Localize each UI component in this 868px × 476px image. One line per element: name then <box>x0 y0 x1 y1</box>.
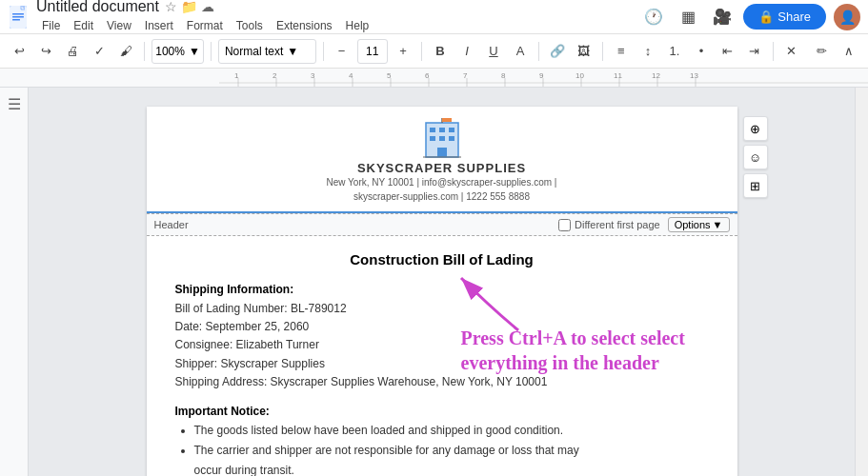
spellcheck-button[interactable]: ✓ <box>88 39 111 64</box>
chevron-up-button[interactable]: ∧ <box>838 39 860 64</box>
separator1 <box>144 42 145 61</box>
document-page: SKYSCRAPER SUPPLIES New York, NY 10001 |… <box>147 107 737 476</box>
ruler-svg: 1 2 3 4 5 6 7 8 9 10 11 <box>219 69 868 88</box>
image-button[interactable]: 🖼 <box>573 39 595 64</box>
camera-icon[interactable]: 🎥 <box>709 4 736 30</box>
print-button[interactable]: 🖨 <box>61 39 84 64</box>
float-controls: ⊕ ☺ ⊞ <box>743 116 768 198</box>
undo-button[interactable]: ↩ <box>8 39 30 64</box>
italic-button[interactable]: I <box>455 39 478 64</box>
svg-rect-37 <box>430 136 435 141</box>
header-bar-right: Different first page Options ▼ <box>558 217 730 232</box>
underline-button[interactable]: U <box>482 39 505 64</box>
diff-first-page-checkbox[interactable] <box>558 219 571 231</box>
document-title[interactable]: Untitled document <box>36 0 159 15</box>
svg-rect-2 <box>12 13 24 15</box>
user-avatar[interactable]: 👤 <box>834 4 860 30</box>
options-button[interactable]: Options ▼ <box>668 217 730 232</box>
menu-view[interactable]: View <box>101 17 137 34</box>
page-container: SKYSCRAPER SUPPLIES New York, NY 10001 |… <box>147 107 737 457</box>
share-button[interactable]: 🔒 Share <box>743 4 826 30</box>
menu-edit[interactable]: Edit <box>68 17 99 34</box>
ruler-inner: 1 2 3 4 5 6 7 8 9 10 11 <box>219 69 868 87</box>
docs-icon <box>8 4 29 30</box>
company-website: skyscraper-supplies.com | 1222 555 8888 <box>166 189 718 204</box>
svg-text:13: 13 <box>690 71 698 80</box>
style-dropdown[interactable]: Normal text ▼ <box>218 39 316 64</box>
bullet-list-button[interactable]: • <box>690 39 713 64</box>
bullet-item-3: occur during transit. <box>179 462 709 476</box>
header-bar: Header Different first page Options ▼ <box>147 213 737 236</box>
font-size-dropdown[interactable]: 11 <box>357 39 388 64</box>
title-icons: ☆ 📁 ☁ <box>165 0 214 14</box>
svg-rect-38 <box>439 136 445 141</box>
shipping-info-section: Shipping Information: Bill of Lading Num… <box>175 283 709 391</box>
text-color-button[interactable]: A <box>509 39 532 64</box>
bullet-list: The goods listed below have been loaded … <box>194 422 709 476</box>
svg-rect-4 <box>12 19 20 21</box>
chevron-down-icon: ▼ <box>189 45 200 58</box>
svg-text:10: 10 <box>575 71 584 80</box>
redo-button[interactable]: ↪ <box>34 39 57 64</box>
important-notice-section: Important Notice: The goods listed below… <box>175 405 709 476</box>
field-shipper: Shipper: Skyscraper Supplies <box>175 355 709 373</box>
bold-button[interactable]: B <box>429 39 452 64</box>
bill-of-lading-title: Construction Bill of Lading <box>175 251 709 268</box>
menu-format[interactable]: Format <box>181 17 229 34</box>
svg-text:2: 2 <box>273 71 277 80</box>
folder-icon[interactable]: 📁 <box>181 0 197 14</box>
paint-format-button[interactable]: 🖌 <box>114 39 137 64</box>
star-icon[interactable]: ☆ <box>165 0 177 14</box>
svg-rect-3 <box>12 16 24 18</box>
svg-rect-5 <box>219 69 868 88</box>
svg-rect-40 <box>437 148 447 157</box>
shipping-info-label: Shipping Information: <box>175 283 709 296</box>
increase-font-button[interactable]: + <box>392 39 414 64</box>
present-icon[interactable]: ▦ <box>675 4 701 30</box>
svg-text:1: 1 <box>234 71 239 80</box>
chevron-down-icon2: ▼ <box>287 45 298 58</box>
clear-format-button[interactable]: ✕ <box>780 39 803 64</box>
svg-text:3: 3 <box>311 71 315 80</box>
left-panel: ☰ <box>0 88 29 476</box>
separator6 <box>602 42 603 61</box>
increase-indent-button[interactable]: ⇥ <box>743 39 766 64</box>
svg-text:6: 6 <box>425 71 430 80</box>
svg-text:12: 12 <box>652 71 660 80</box>
cloud-icon[interactable]: ☁ <box>201 0 214 14</box>
title-row: Untitled document ☆ 📁 ☁ <box>36 0 640 15</box>
menu-help[interactable]: Help <box>340 17 375 34</box>
separator4 <box>421 42 422 61</box>
scrollbar[interactable] <box>855 88 868 476</box>
decrease-font-button[interactable]: − <box>331 39 353 64</box>
menu-tools[interactable]: Tools <box>231 17 269 34</box>
diff-first-page-option: Different first page <box>558 219 660 231</box>
zoom-dropdown[interactable]: 100% ▼ <box>151 39 204 64</box>
bullet-item-2: The carrier and shipper are not responsi… <box>194 442 709 460</box>
separator5 <box>538 42 539 61</box>
decrease-indent-button[interactable]: ⇤ <box>717 39 739 64</box>
document-area[interactable]: SKYSCRAPER SUPPLIES New York, NY 10001 |… <box>29 88 855 476</box>
line-spacing-button[interactable]: ↕ <box>636 39 659 64</box>
image-crop-button[interactable]: ⊕ <box>743 116 768 141</box>
separator3 <box>323 42 324 61</box>
svg-text:5: 5 <box>387 71 392 80</box>
outline-icon[interactable]: ☰ <box>8 95 21 113</box>
toolbar: ↩ ↪ 🖨 ✓ 🖌 100% ▼ Normal text ▼ − 11 + B … <box>0 34 868 69</box>
history-icon[interactable]: 🕐 <box>640 4 667 30</box>
image-emoji-button[interactable]: ☺ <box>743 145 768 169</box>
svg-rect-36 <box>449 128 454 132</box>
align-button[interactable]: ≡ <box>610 39 633 64</box>
link-button[interactable]: 🔗 <box>546 39 569 64</box>
menu-insert[interactable]: Insert <box>139 17 179 34</box>
svg-rect-42 <box>442 118 452 122</box>
header-label: Header <box>154 219 189 230</box>
pen-tool-button[interactable]: ✏ <box>811 39 834 64</box>
separator7 <box>773 42 774 61</box>
image-replace-button[interactable]: ⊞ <box>743 173 768 198</box>
menu-file[interactable]: File <box>36 17 66 34</box>
svg-text:7: 7 <box>463 71 468 80</box>
title-bar: Untitled document ☆ 📁 ☁ File Edit View I… <box>0 0 868 34</box>
numbered-list-button[interactable]: 1. <box>663 39 686 64</box>
menu-extensions[interactable]: Extensions <box>271 17 338 34</box>
